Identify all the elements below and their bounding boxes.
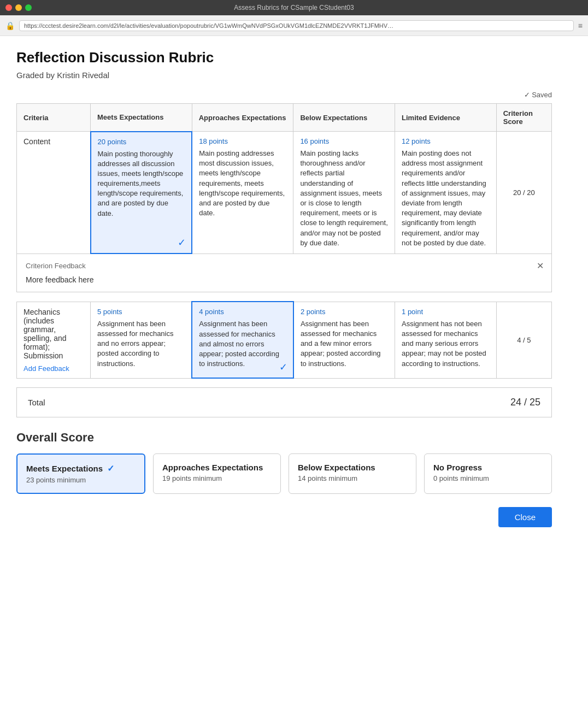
content-limited-text: Main posting does not address most assig… — [402, 149, 490, 248]
header-limited: Limited Evidence — [395, 104, 497, 132]
content-limited-points: 12 points — [402, 137, 490, 145]
menu-icon[interactable]: ≡ — [578, 21, 583, 30]
close-button[interactable]: Close — [498, 507, 552, 527]
rubric-table-mechanics: Mechanics (includes grammar, spelling, a… — [16, 301, 552, 379]
mechanics-selected-checkmark: ✓ — [279, 361, 287, 373]
mechanics-limited-points: 1 point — [402, 308, 490, 316]
content-below-points: 16 points — [300, 137, 388, 145]
mechanics-approaches-cell[interactable]: 4 points Assignment has been assessed fo… — [192, 302, 293, 378]
main-content: Reflection Discussion Rubric Graded by K… — [0, 36, 568, 540]
content-score: 20 / 20 — [496, 132, 551, 254]
score-cards: Meets Expectations ✓ 23 points minimum A… — [16, 453, 552, 494]
header-criterion-score: Criterion Score — [496, 104, 551, 132]
criteria-name-mechanics: Mechanics (includes grammar, spelling, a… — [17, 302, 91, 378]
table-row: Content 20 points Main posting thoroughl… — [17, 132, 552, 254]
mechanics-meets-points: 5 points — [97, 308, 185, 316]
score-card-below-title: Below Expectations — [298, 463, 407, 472]
page-title: Reflection Discussion Rubric — [16, 49, 552, 66]
score-card-no-progress[interactable]: No Progress 0 points minimum — [424, 453, 552, 494]
content-approaches-points: 18 points — [199, 137, 286, 145]
score-card-no-progress-title: No Progress — [433, 463, 543, 472]
score-card-below[interactable]: Below Expectations 14 points minimum — [289, 453, 416, 494]
title-bar: Assess Rubrics for CSample CStudent03 — [0, 0, 588, 15]
criterion-feedback-section: Criterion Feedback ✕ More feedback here — [16, 254, 552, 292]
content-below-text: Main posting lacks thoroughness and/or r… — [300, 149, 388, 248]
graded-by: Graded by Kristin Rivedal — [16, 70, 552, 80]
score-card-no-progress-points: 0 points minimum — [433, 474, 543, 482]
content-meets-points: 20 points — [98, 138, 185, 146]
header-criteria: Criteria — [17, 104, 91, 132]
header-approaches: Approaches Expectations — [192, 104, 293, 132]
total-row: Total 24 / 25 — [16, 387, 552, 417]
meets-check-icon: ✓ — [107, 463, 114, 474]
criteria-label: Content — [23, 137, 50, 146]
window-title: Assess Rubrics for CSample CStudent03 — [234, 4, 354, 11]
score-card-below-points: 14 points minimum — [298, 474, 407, 482]
selected-checkmark: ✓ — [178, 237, 186, 249]
mechanics-limited-text: Assignment has not been assessed for mec… — [402, 319, 490, 369]
score-card-meets[interactable]: Meets Expectations ✓ 23 points minimum — [16, 453, 145, 494]
rubric-table: Criteria Meets Expectations Approaches E… — [16, 103, 552, 254]
feedback-header-label: Criterion Feedback — [26, 262, 543, 270]
saved-indicator: Saved — [16, 91, 552, 99]
close-window-button[interactable] — [5, 4, 12, 11]
content-approaches-cell[interactable]: 18 points Main posting addresses most di… — [192, 132, 293, 254]
url-bar[interactable]: https://ccctest.desire2learn.com/d2l/le/… — [19, 20, 574, 31]
close-button-row: Close — [16, 507, 552, 527]
score-card-meets-title: Meets Expectations ✓ — [26, 463, 136, 474]
score-card-approaches[interactable]: Approaches Expectations 19 points minimu… — [153, 453, 281, 494]
total-label: Total — [28, 398, 45, 407]
score-card-approaches-title: Approaches Expectations — [162, 463, 272, 472]
overall-score-title: Overall Score — [16, 431, 552, 445]
mechanics-label: Mechanics (includes grammar, spelling, a… — [23, 308, 84, 360]
content-meets-text: Main posting thoroughly addresses all di… — [98, 149, 185, 219]
traffic-lights — [5, 4, 32, 11]
maximize-window-button[interactable] — [25, 4, 32, 11]
feedback-close-button[interactable]: ✕ — [537, 261, 544, 271]
mechanics-approaches-text: Assignment has been assessed for mechani… — [199, 319, 286, 369]
header-below: Below Expectations — [293, 104, 395, 132]
mechanics-score: 4 / 5 — [496, 302, 551, 378]
mechanics-meets-text: Assignment has been assessed for mechani… — [97, 319, 185, 369]
table-row: Mechanics (includes grammar, spelling, a… — [17, 302, 552, 378]
content-approaches-text: Main posting addresses most discussion i… — [199, 149, 286, 218]
add-feedback-link[interactable]: Add Feedback — [23, 364, 69, 373]
content-limited-cell[interactable]: 12 points Main posting does not address … — [395, 132, 497, 254]
browser-bar: 🔒 https://ccctest.desire2learn.com/d2l/l… — [0, 15, 588, 36]
content-below-cell[interactable]: 16 points Main posting lacks thoroughnes… — [293, 132, 395, 254]
content-meets-cell[interactable]: 20 points Main posting thoroughly addres… — [91, 132, 192, 254]
criteria-name-content: Content — [17, 132, 91, 254]
mechanics-below-cell[interactable]: 2 points Assignment has been assessed fo… — [293, 302, 395, 378]
mechanics-limited-cell[interactable]: 1 point Assignment has not been assessed… — [395, 302, 497, 378]
header-meets: Meets Expectations — [91, 104, 192, 132]
mechanics-below-points: 2 points — [301, 308, 388, 316]
score-card-approaches-points: 19 points minimum — [162, 474, 272, 482]
mechanics-below-text: Assignment has been assessed for mechani… — [301, 319, 388, 369]
mechanics-approaches-points: 4 points — [199, 308, 286, 316]
total-score: 24 / 25 — [510, 397, 540, 408]
mechanics-meets-cell[interactable]: 5 points Assignment has been assessed fo… — [91, 302, 192, 378]
minimize-window-button[interactable] — [15, 4, 22, 11]
security-icon: 🔒 — [5, 21, 15, 30]
feedback-text: More feedback here — [26, 275, 543, 284]
score-card-meets-points: 23 points minimum — [26, 476, 136, 484]
